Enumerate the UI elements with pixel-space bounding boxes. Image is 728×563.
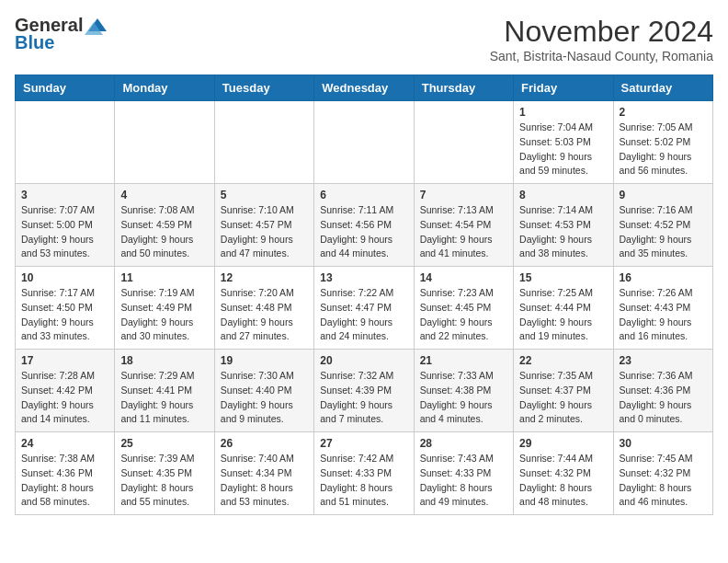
calendar-cell: 2Sunrise: 7:05 AM Sunset: 5:02 PM Daylig… [613,101,712,184]
weekday-header-saturday: Saturday [613,75,712,101]
day-number: 22 [519,354,607,367]
calendar-header-row: SundayMondayTuesdayWednesdayThursdayFrid… [16,75,713,101]
day-info: Sunrise: 7:05 AM Sunset: 5:02 PM Dayligh… [620,121,707,178]
day-info: Sunrise: 7:35 AM Sunset: 4:37 PM Dayligh… [519,369,607,427]
day-info: Sunrise: 7:13 AM Sunset: 4:54 PM Dayligh… [420,203,507,261]
day-number: 10 [21,271,108,284]
day-info: Sunrise: 7:33 AM Sunset: 4:38 PM Dayligh… [420,369,507,427]
day-number: 21 [420,354,507,367]
day-info: Sunrise: 7:44 AM Sunset: 4:32 PM Dayligh… [519,452,607,510]
calendar-cell: 16Sunrise: 7:26 AM Sunset: 4:43 PM Dayli… [613,267,712,350]
calendar-week-row: 3Sunrise: 7:07 AM Sunset: 5:00 PM Daylig… [16,184,713,267]
calendar-cell: 28Sunrise: 7:43 AM Sunset: 4:33 PM Dayli… [414,432,513,515]
weekday-header-monday: Monday [115,75,214,101]
calendar-cell: 3Sunrise: 7:07 AM Sunset: 5:00 PM Daylig… [16,184,115,267]
calendar-week-row: 24Sunrise: 7:38 AM Sunset: 4:36 PM Dayli… [16,432,713,515]
calendar-cell: 29Sunrise: 7:44 AM Sunset: 4:32 PM Dayli… [514,432,613,515]
calendar-cell: 11Sunrise: 7:19 AM Sunset: 4:49 PM Dayli… [115,267,214,350]
logo-icon [85,17,110,35]
logo: General Blue [15,15,110,53]
calendar-cell: 18Sunrise: 7:29 AM Sunset: 4:41 PM Dayli… [115,350,214,432]
calendar-cell [314,101,414,184]
day-number: 19 [221,354,308,367]
title-section: November 2024 Sant, Bistrita-Nasaud Coun… [490,15,713,63]
calendar-week-row: 10Sunrise: 7:17 AM Sunset: 4:50 PM Dayli… [16,267,713,350]
day-number: 17 [21,354,108,367]
logo-text-blue: Blue [15,32,54,53]
day-number: 11 [120,271,208,284]
calendar-cell: 25Sunrise: 7:39 AM Sunset: 4:35 PM Dayli… [115,432,214,515]
weekday-header-thursday: Thursday [414,75,513,101]
day-info: Sunrise: 7:19 AM Sunset: 4:49 PM Dayligh… [120,286,208,344]
day-number: 30 [620,437,707,450]
day-number: 2 [620,106,707,119]
day-info: Sunrise: 7:28 AM Sunset: 4:42 PM Dayligh… [21,369,108,427]
day-info: Sunrise: 7:29 AM Sunset: 4:41 PM Dayligh… [120,369,208,427]
day-number: 29 [519,437,607,450]
calendar-cell [16,101,115,184]
day-info: Sunrise: 7:22 AM Sunset: 4:47 PM Dayligh… [320,286,407,344]
calendar-cell: 14Sunrise: 7:23 AM Sunset: 4:45 PM Dayli… [414,267,513,350]
day-info: Sunrise: 7:45 AM Sunset: 4:32 PM Dayligh… [620,452,707,510]
day-number: 16 [620,271,707,284]
calendar-cell: 1Sunrise: 7:04 AM Sunset: 5:03 PM Daylig… [514,101,613,184]
calendar-week-row: 1Sunrise: 7:04 AM Sunset: 5:03 PM Daylig… [16,101,713,184]
calendar-cell: 10Sunrise: 7:17 AM Sunset: 4:50 PM Dayli… [16,267,115,350]
calendar-cell [115,101,214,184]
day-number: 20 [320,354,407,367]
calendar-cell: 24Sunrise: 7:38 AM Sunset: 4:36 PM Dayli… [16,432,115,515]
day-info: Sunrise: 7:14 AM Sunset: 4:53 PM Dayligh… [519,203,607,261]
calendar-cell: 13Sunrise: 7:22 AM Sunset: 4:47 PM Dayli… [314,267,414,350]
day-info: Sunrise: 7:16 AM Sunset: 4:52 PM Dayligh… [620,203,707,261]
calendar-cell: 9Sunrise: 7:16 AM Sunset: 4:52 PM Daylig… [613,184,712,267]
calendar-cell: 19Sunrise: 7:30 AM Sunset: 4:40 PM Dayli… [214,350,313,432]
day-info: Sunrise: 7:25 AM Sunset: 4:44 PM Dayligh… [519,286,607,344]
weekday-header-sunday: Sunday [16,75,115,101]
day-number: 26 [221,437,308,450]
day-info: Sunrise: 7:40 AM Sunset: 4:34 PM Dayligh… [221,452,308,510]
calendar-cell: 12Sunrise: 7:20 AM Sunset: 4:48 PM Dayli… [214,267,313,350]
day-info: Sunrise: 7:08 AM Sunset: 4:59 PM Dayligh… [120,203,208,261]
day-number: 28 [420,437,507,450]
day-number: 14 [420,271,507,284]
day-number: 4 [120,189,208,201]
day-info: Sunrise: 7:43 AM Sunset: 4:33 PM Dayligh… [420,452,507,510]
calendar-cell: 22Sunrise: 7:35 AM Sunset: 4:37 PM Dayli… [514,350,613,432]
calendar-cell: 26Sunrise: 7:40 AM Sunset: 4:34 PM Dayli… [214,432,313,515]
weekday-header-wednesday: Wednesday [314,75,414,101]
calendar-cell: 7Sunrise: 7:13 AM Sunset: 4:54 PM Daylig… [414,184,513,267]
day-number: 27 [320,437,407,450]
month-title: November 2024 [490,15,713,49]
day-info: Sunrise: 7:26 AM Sunset: 4:43 PM Dayligh… [620,286,707,344]
day-number: 13 [320,271,407,284]
day-number: 7 [420,189,507,201]
day-info: Sunrise: 7:32 AM Sunset: 4:39 PM Dayligh… [320,369,407,427]
day-number: 18 [120,354,208,367]
weekday-header-friday: Friday [514,75,613,101]
calendar-week-row: 17Sunrise: 7:28 AM Sunset: 4:42 PM Dayli… [16,350,713,432]
day-number: 8 [519,189,607,201]
day-number: 9 [620,189,707,201]
calendar: SundayMondayTuesdayWednesdayThursdayFrid… [15,75,713,515]
day-info: Sunrise: 7:23 AM Sunset: 4:45 PM Dayligh… [420,286,507,344]
day-info: Sunrise: 7:36 AM Sunset: 4:36 PM Dayligh… [620,369,707,427]
calendar-cell: 15Sunrise: 7:25 AM Sunset: 4:44 PM Dayli… [514,267,613,350]
calendar-cell [414,101,513,184]
day-info: Sunrise: 7:17 AM Sunset: 4:50 PM Dayligh… [21,286,108,344]
calendar-cell: 27Sunrise: 7:42 AM Sunset: 4:33 PM Dayli… [314,432,414,515]
day-number: 6 [320,189,407,201]
day-number: 12 [221,271,308,284]
day-info: Sunrise: 7:38 AM Sunset: 4:36 PM Dayligh… [21,452,108,510]
day-info: Sunrise: 7:39 AM Sunset: 4:35 PM Dayligh… [120,452,208,510]
day-info: Sunrise: 7:30 AM Sunset: 4:40 PM Dayligh… [221,369,308,427]
day-info: Sunrise: 7:20 AM Sunset: 4:48 PM Dayligh… [221,286,308,344]
day-number: 24 [21,437,108,450]
calendar-cell: 21Sunrise: 7:33 AM Sunset: 4:38 PM Dayli… [414,350,513,432]
calendar-cell: 5Sunrise: 7:10 AM Sunset: 4:57 PM Daylig… [214,184,313,267]
day-number: 1 [519,106,607,119]
location: Sant, Bistrita-Nasaud County, Romania [490,49,713,63]
weekday-header-tuesday: Tuesday [214,75,313,101]
day-number: 3 [21,189,108,201]
day-number: 15 [519,271,607,284]
calendar-cell: 20Sunrise: 7:32 AM Sunset: 4:39 PM Dayli… [314,350,414,432]
